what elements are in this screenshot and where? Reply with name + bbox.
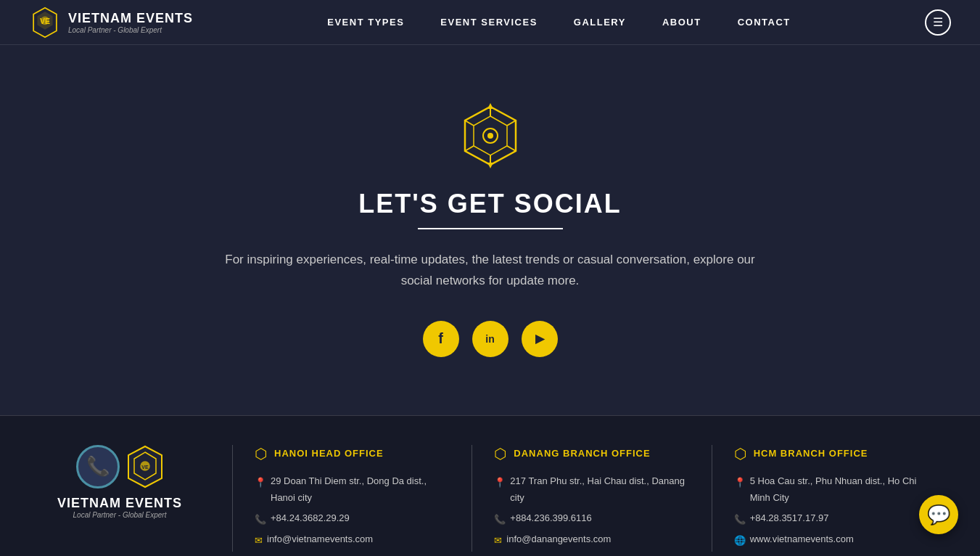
hanoi-office-info: 📍 29 Doan Thi Diem str., Dong Da dist., … <box>255 473 450 549</box>
hanoi-office-title: HANOI HEAD OFFICE <box>274 448 384 459</box>
danang-address: 217 Tran Phu str., Hai Chau dist., Danan… <box>510 473 689 507</box>
footer-hex-logo-icon: VE <box>127 445 163 488</box>
hcm-office: ⬡ HCM BRANCH OFFICE 📍 5 Hoa Cau str., Ph… <box>712 445 951 552</box>
logo-title: VIETNAM EVENTS <box>68 11 193 26</box>
social-description: For inspiring experiences, real-time upd… <box>222 250 759 292</box>
hanoi-email-icon: ✉ <box>255 532 263 549</box>
footer-inner: 📞 VE VIETNAM EVENTS Local Partner - Glob… <box>29 445 951 552</box>
hamburger-menu-button[interactable]: ☰ <box>925 9 951 36</box>
danang-email: info@danangevents.com <box>506 531 611 547</box>
social-divider <box>418 228 563 229</box>
hcm-hex-icon: ⬡ <box>734 445 746 462</box>
hcm-phone-icon: 📞 <box>734 511 746 528</box>
phone-icon: 📞 <box>86 455 110 478</box>
facebook-icon: f <box>438 330 443 347</box>
svg-line-10 <box>465 146 474 151</box>
hcm-website-icon: 🌐 <box>734 532 746 549</box>
danang-location-icon: 📍 <box>494 474 506 491</box>
danang-hex-icon: ⬡ <box>494 445 506 462</box>
hcm-office-title: HCM BRANCH OFFICE <box>754 448 868 459</box>
logo-subtitle: Local Partner - Global Expert <box>68 26 193 34</box>
phone-circle-icon: 📞 <box>76 445 120 488</box>
header: VE VIETNAM EVENTS Local Partner - Global… <box>0 0 980 45</box>
svg-marker-13 <box>487 163 493 168</box>
danang-phone: +884.236.399.6116 <box>510 510 591 526</box>
hanoi-office-header: ⬡ HANOI HEAD OFFICE <box>255 445 450 462</box>
main-nav: EVENT TYPES EVENT SERVICES GALLERY ABOUT… <box>327 17 791 28</box>
hcm-office-info: 📍 5 Hoa Cau str., Phu Nhuan dist., Ho Ch… <box>734 473 929 549</box>
svg-point-5 <box>487 133 493 139</box>
linkedin-icon: in <box>485 333 494 345</box>
messenger-float-button[interactable]: 💬 <box>919 495 958 534</box>
logo: VE VIETNAM EVENTS Local Partner - Global… <box>29 7 193 38</box>
hcm-phone: +84.28.3517.17.97 <box>750 510 829 526</box>
hanoi-phone: +84.24.3682.29.29 <box>271 510 350 526</box>
footer-brand-name: VIETNAM EVENTS <box>57 496 182 511</box>
footer-brand-sub: Local Partner - Global Expert <box>73 511 167 519</box>
hcm-office-header: ⬡ HCM BRANCH OFFICE <box>734 445 929 462</box>
footer: 📞 VE VIETNAM EVENTS Local Partner - Glob… <box>0 415 980 556</box>
svg-text:VE: VE <box>141 465 149 470</box>
danang-office: ⬡ DANANG BRANCH OFFICE 📍 217 Tran Phu st… <box>472 445 711 552</box>
hanoi-email: info@vietnamevents.com <box>267 531 373 547</box>
messenger-icon: 💬 <box>927 504 950 526</box>
svg-line-8 <box>507 146 516 151</box>
hanoi-phone-icon: 📞 <box>255 511 266 528</box>
social-title: LET'S GET SOCIAL <box>358 189 622 219</box>
hcm-location-icon: 📍 <box>734 474 746 491</box>
footer-offices: ⬡ HANOI HEAD OFFICE 📍 29 Doan Thi Diem s… <box>232 445 951 552</box>
nav-about[interactable]: ABOUT <box>662 17 701 28</box>
danang-office-header: ⬡ DANANG BRANCH OFFICE <box>494 445 689 462</box>
nav-event-types[interactable]: EVENT TYPES <box>327 17 404 28</box>
linkedin-button[interactable]: in <box>472 321 508 357</box>
social-hex-icon <box>458 103 523 171</box>
hanoi-location-icon: 📍 <box>255 474 266 491</box>
nav-event-services[interactable]: EVENT SERVICES <box>440 17 537 28</box>
hcm-website: www.vietnamevents.com <box>750 531 854 547</box>
danang-email-icon: ✉ <box>494 532 502 549</box>
logo-text: VIETNAM EVENTS Local Partner - Global Ex… <box>68 11 193 34</box>
svg-marker-12 <box>487 103 493 109</box>
social-buttons: f in ▶ <box>423 321 558 357</box>
danang-office-info: 📍 217 Tran Phu str., Hai Chau dist., Dan… <box>494 473 689 549</box>
facebook-button[interactable]: f <box>423 321 459 357</box>
danang-phone-icon: 📞 <box>494 511 506 528</box>
svg-line-7 <box>507 120 516 126</box>
danang-office-title: DANANG BRANCH OFFICE <box>514 448 650 459</box>
youtube-button[interactable]: ▶ <box>522 321 558 357</box>
hanoi-office: ⬡ HANOI HEAD OFFICE 📍 29 Doan Thi Diem s… <box>232 445 472 552</box>
hcm-address: 5 Hoa Cau str., Phu Nhuan dist., Ho Chi … <box>750 473 929 507</box>
social-section: LET'S GET SOCIAL For inspiring experienc… <box>0 45 980 415</box>
logo-icon: VE <box>29 7 61 38</box>
footer-logo-images: 📞 VE <box>76 445 163 488</box>
youtube-icon: ▶ <box>535 332 544 346</box>
footer-logo-col: 📞 VE VIETNAM EVENTS Local Partner - Glob… <box>29 445 232 519</box>
hamburger-icon: ☰ <box>933 15 943 29</box>
nav-contact[interactable]: CONTACT <box>738 17 791 28</box>
svg-line-11 <box>465 120 474 126</box>
nav-gallery[interactable]: GALLERY <box>574 17 626 28</box>
hanoi-address: 29 Doan Thi Diem str., Dong Da dist., Ha… <box>271 473 450 507</box>
hanoi-hex-icon: ⬡ <box>255 445 267 462</box>
svg-text:VE: VE <box>40 16 50 25</box>
